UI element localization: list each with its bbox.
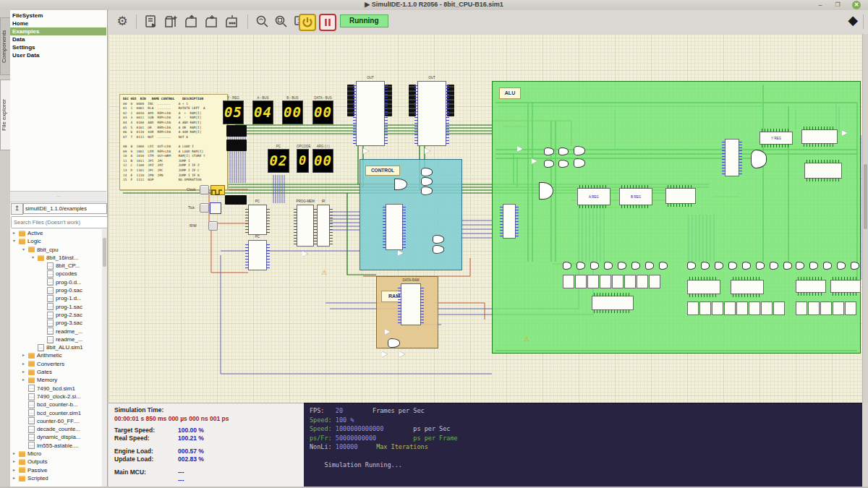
xor-gate[interactable] [796,262,804,270]
xor-gate-row[interactable] [687,262,792,270]
adder-cell[interactable] [624,275,636,288]
ir-chip[interactable]: IR [317,205,330,247]
out-register-chip[interactable]: OUT [356,81,385,146]
adder-cell[interactable] [724,301,736,315]
maximize-button[interactable]: ❐ [833,1,842,9]
tree-item-converters[interactable]: ▸Converters [10,360,101,368]
b-reg-chip[interactable]: B REG [619,188,652,205]
tree-item-scripted[interactable]: ▸Scripted [10,474,101,482]
filesystem-item[interactable]: Settings [10,43,106,51]
adder-cell[interactable] [845,301,856,315]
xor-gate[interactable] [783,262,792,270]
clock-component[interactable] [210,185,225,195]
register-chip[interactable] [665,188,696,204]
adder-cell[interactable] [575,275,587,288]
adder-cell[interactable] [820,301,832,315]
tree-item-dynamic-displa-[interactable]: dynamic_displa... [10,433,101,441]
zoom-fit-icon[interactable] [255,14,271,30]
y-reg-chip[interactable]: Y REG [760,132,793,145]
xor-gate[interactable] [618,262,626,270]
expander-icon[interactable]: ▸ [22,351,28,359]
seven-seg-display[interactable]: PC02 [268,145,289,173]
expander-icon[interactable]: ▸ [22,376,28,384]
tab-components[interactable]: Components [0,17,11,75]
register-chip[interactable] [801,129,838,144]
adder-row[interactable] [796,301,856,315]
panel-splitter[interactable]: ⋯ [10,191,106,202]
xor-gate[interactable] [742,262,751,270]
expander-icon[interactable]: ▾ [13,237,19,245]
circuit-canvas[interactable]: ALU CONTROL RAM DEC HEX BIN NAME CONTROL… [109,34,862,403]
adder-cell[interactable] [796,301,807,315]
buffer-gate[interactable] [363,148,369,154]
tree-item-prog-0-sac[interactable]: prog-0.sac [10,286,101,294]
tree-item-passive[interactable]: ▸Passive [10,466,101,474]
tree-item-7490-clock-2-si-[interactable]: 7490_clock-2.si... [10,393,101,401]
adder-cell[interactable] [612,275,624,288]
filesystem-item[interactable]: Data [10,35,106,43]
tree-item-prog-2-sac[interactable]: prog-2.sac [10,311,101,319]
adder-cell[interactable] [773,301,785,315]
tree-item-bcd-counter-sim1[interactable]: bcd_counter.sim1 [10,409,101,417]
adder-cell[interactable] [649,275,660,288]
tick-button[interactable] [200,203,209,213]
buffer-gate[interactable] [425,148,430,154]
adder-cell[interactable] [563,275,574,288]
tree-item-lm555-astable-[interactable]: lm555-astable.... [10,442,101,450]
adder-cell[interactable] [712,301,723,315]
inverter-gate[interactable] [382,351,388,357]
a-reg-chip[interactable]: A REG [577,188,610,205]
tree-item-bcd-counter-b-[interactable]: bcd_counter-b... [10,401,101,408]
adder-cell[interactable] [833,301,844,315]
xor-gate[interactable] [770,262,778,270]
decoder-chip[interactable] [386,204,403,250]
seven-seg-display[interactable]: DATA - BUS00 [312,96,333,124]
register-chip[interactable] [687,280,720,294]
expander-icon[interactable]: ▸ [22,368,28,376]
expander-icon[interactable]: ▸ [13,474,19,482]
data-ram-chip[interactable]: DATA-RAM [401,283,421,325]
tree-item-7490-bcd-sim1[interactable]: 7490_bcd.sim1 [10,385,101,393]
xor-gate[interactable] [809,262,818,270]
expander-icon[interactable]: ▸ [13,458,19,466]
debug-console[interactable]: FPS: 20 Frames per SecSpeed: 100 %Speed:… [304,403,862,488]
dip-switch[interactable] [226,125,247,137]
buffer-gate[interactable] [517,146,523,152]
current-path[interactable]: simulIDE_1.1.0/examples [23,203,107,214]
tree-item-8bit-cpu[interactable]: ▾8bit_cpu [10,246,101,254]
buffer-gate[interactable] [532,158,537,164]
tree-item-readme-[interactable]: readme_... [10,335,101,343]
xor-gate[interactable] [837,262,846,270]
xor-gate[interactable] [715,262,723,270]
adder-cell[interactable] [736,301,748,315]
new-circuit-icon[interactable] [143,14,159,30]
register-chip[interactable] [731,280,764,294]
pc-chip[interactable]: PC [248,240,267,270]
tree-item-arithmetic[interactable]: ▸Arithmetic [10,351,101,359]
register-chip[interactable] [804,163,842,179]
filesystem-item[interactable]: Home [10,20,106,27]
xor-gate[interactable] [756,262,765,270]
tree-item-counter-60-ff-[interactable]: counter-60_FF.... [10,417,101,425]
tree-item-opcodes[interactable]: opcodes [10,270,101,278]
xor-gate-row[interactable] [563,262,668,270]
open-circuit-icon[interactable] [184,14,200,30]
register-chip[interactable] [725,139,739,176]
pause-button[interactable] [319,14,336,31]
expander-icon[interactable]: ▸ [13,466,19,474]
new-folder-icon[interactable] [163,14,179,30]
inverter-gate[interactable] [399,351,405,357]
save-circuit-icon[interactable] [204,14,220,30]
tree-item-prog-3-sac[interactable]: prog-3.sac [10,319,101,327]
settings-gear-icon[interactable]: ⚙ [114,14,130,30]
xor-gate[interactable] [631,262,640,270]
search-input[interactable] [11,216,108,228]
register-chip[interactable] [592,296,634,310]
tree-item-micro[interactable]: ▸Micro [10,450,101,458]
seven-seg-display[interactable]: Y - REG05 [223,96,244,124]
inverter-gate[interactable] [302,251,308,257]
xor-gate[interactable] [563,262,571,270]
buffer-gate[interactable] [842,130,848,136]
xor-gate[interactable] [823,262,832,270]
tree-item-8bit-cp-[interactable]: 8bit_CP... [10,262,101,270]
